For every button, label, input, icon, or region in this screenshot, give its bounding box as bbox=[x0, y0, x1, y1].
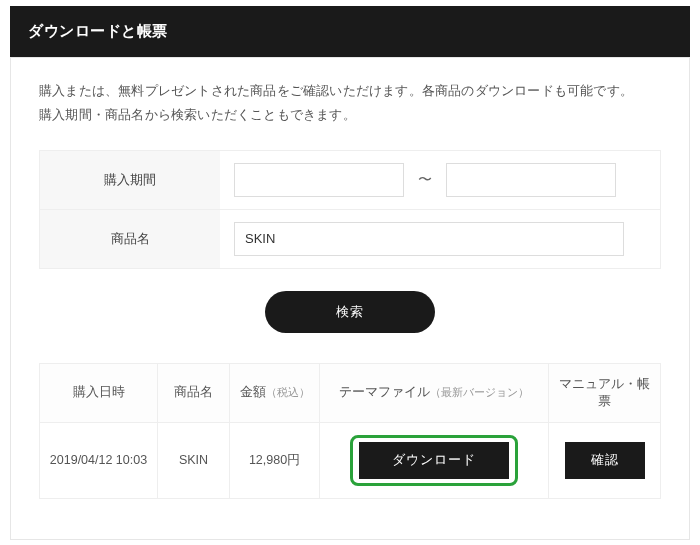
th-amount-sub: （税込） bbox=[266, 386, 310, 398]
period-fields: 〜 bbox=[220, 151, 660, 209]
table-header-row: 購入日時 商品名 金額（税込） テーマファイル（最新バージョン） マニュアル・帳… bbox=[40, 363, 661, 422]
th-amount-text: 金額 bbox=[240, 385, 266, 399]
product-name-input[interactable] bbox=[234, 222, 624, 256]
confirm-button[interactable]: 確認 bbox=[565, 442, 645, 479]
date-to-input[interactable] bbox=[446, 163, 616, 197]
th-product: 商品名 bbox=[158, 363, 230, 422]
th-themefile: テーマファイル（最新バージョン） bbox=[320, 363, 549, 422]
th-datetime: 購入日時 bbox=[40, 363, 158, 422]
search-button[interactable]: 検索 bbox=[265, 291, 435, 333]
th-themefile-text: テーマファイル bbox=[339, 385, 430, 399]
cell-datetime: 2019/04/12 10:03 bbox=[40, 422, 158, 498]
download-button[interactable]: ダウンロード bbox=[359, 442, 509, 479]
th-themefile-sub: （最新バージョン） bbox=[430, 386, 529, 398]
cell-product: SKIN bbox=[158, 422, 230, 498]
cell-amount: 12,980円 bbox=[230, 422, 320, 498]
download-highlight: ダウンロード bbox=[350, 435, 518, 486]
th-amount: 金額（税込） bbox=[230, 363, 320, 422]
product-name-label: 商品名 bbox=[40, 210, 220, 268]
tilde-separator: 〜 bbox=[414, 171, 436, 189]
product-name-field bbox=[220, 210, 660, 268]
search-form: 購入期間 〜 商品名 bbox=[39, 150, 661, 269]
page-title: ダウンロードと帳票 bbox=[10, 6, 690, 57]
date-from-input[interactable] bbox=[234, 163, 404, 197]
search-row-period: 購入期間 〜 bbox=[40, 151, 660, 210]
table-row: 2019/04/12 10:03 SKIN 12,980円 ダウンロード 確認 bbox=[40, 422, 661, 498]
period-label: 購入期間 bbox=[40, 151, 220, 209]
intro-line-2: 購入期間・商品名から検索いただくこともできます。 bbox=[39, 104, 661, 128]
cell-confirm: 確認 bbox=[549, 422, 661, 498]
search-row-name: 商品名 bbox=[40, 210, 660, 268]
cell-download: ダウンロード bbox=[320, 422, 549, 498]
th-manual: マニュアル・帳票 bbox=[549, 363, 661, 422]
search-button-bar: 検索 bbox=[39, 291, 661, 333]
intro-line-1: 購入または、無料プレゼントされた商品をご確認いただけます。各商品のダウンロードも… bbox=[39, 80, 661, 104]
main-panel: 購入または、無料プレゼントされた商品をご確認いただけます。各商品のダウンロードも… bbox=[10, 57, 690, 540]
intro-text: 購入または、無料プレゼントされた商品をご確認いただけます。各商品のダウンロードも… bbox=[39, 80, 661, 128]
results-table: 購入日時 商品名 金額（税込） テーマファイル（最新バージョン） マニュアル・帳… bbox=[39, 363, 661, 499]
